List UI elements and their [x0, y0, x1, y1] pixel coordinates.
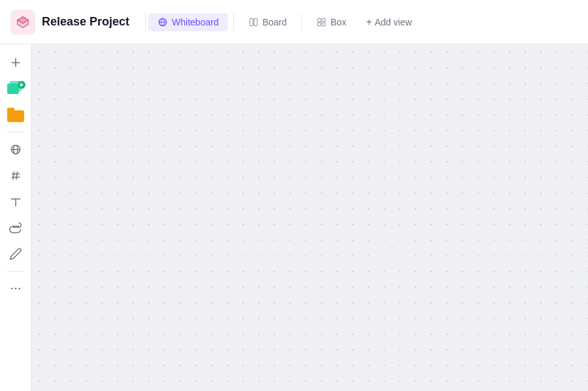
sidebar-separator-2: [7, 271, 25, 272]
whiteboard-canvas[interactable]: [31, 44, 588, 391]
sidebar-attachment-tool[interactable]: [4, 216, 27, 240]
nav-divider-1: [145, 13, 146, 31]
project-title: Release Project: [42, 15, 129, 29]
board-icon: [248, 17, 259, 27]
svg-rect-3: [318, 18, 321, 22]
sidebar-separator-1: [7, 132, 25, 133]
svg-rect-6: [322, 22, 325, 25]
sidebar-text-tool[interactable]: [4, 190, 27, 213]
sidebar-media-tool[interactable]: [4, 77, 27, 101]
tab-box-label: Box: [331, 17, 346, 27]
svg-point-19: [14, 288, 16, 290]
tab-board[interactable]: Board: [239, 13, 296, 31]
sidebar-draw-tool[interactable]: [4, 242, 27, 266]
nav-divider-2: [233, 13, 234, 31]
tab-whiteboard[interactable]: Whiteboard: [148, 13, 228, 31]
sidebar-more-button[interactable]: [4, 277, 27, 300]
add-view-label: Add view: [375, 17, 412, 27]
nav-tabs: Whiteboard Board: [148, 13, 355, 31]
svg-point-20: [18, 288, 20, 290]
add-view-plus-icon: +: [366, 16, 372, 28]
add-view-button[interactable]: + Add view: [358, 12, 419, 32]
svg-rect-1: [250, 18, 253, 25]
svg-line-15: [16, 172, 17, 180]
box-icon: [316, 17, 327, 27]
svg-rect-5: [318, 22, 321, 25]
tab-whiteboard-label: Whiteboard: [172, 17, 219, 27]
svg-point-18: [10, 288, 12, 290]
project-icon: [10, 10, 35, 35]
sidebar-hashtag-tool[interactable]: [4, 164, 27, 187]
sidebar: [0, 44, 31, 391]
header: Release Project Whiteboard: [0, 0, 588, 44]
svg-line-14: [12, 172, 14, 180]
tab-board-label: Board: [263, 17, 287, 27]
svg-rect-4: [322, 18, 325, 22]
sidebar-add-button[interactable]: [4, 51, 27, 74]
whiteboard-icon: [157, 17, 168, 27]
main-content: [0, 44, 588, 391]
sidebar-globe-tool[interactable]: [4, 138, 27, 161]
tab-box[interactable]: Box: [307, 13, 355, 31]
nav-divider-3: [301, 13, 302, 31]
svg-rect-2: [253, 18, 257, 25]
sidebar-files-tool[interactable]: [4, 103, 27, 127]
